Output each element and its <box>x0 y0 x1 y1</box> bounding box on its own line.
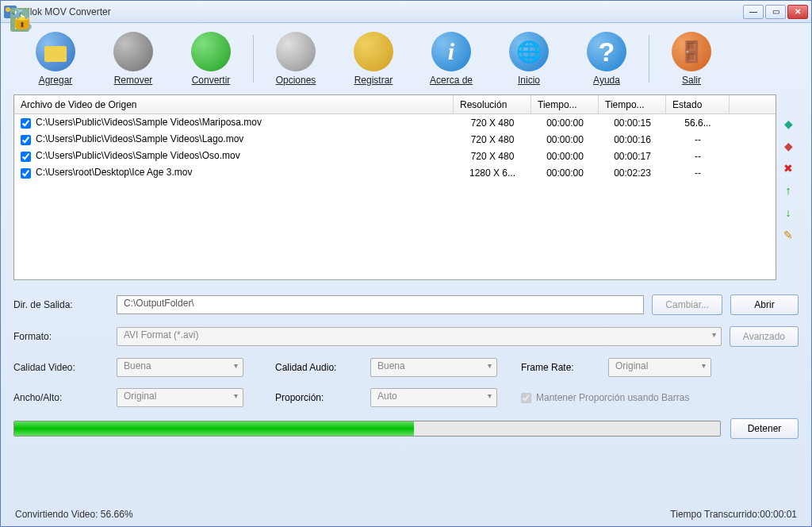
framerate-select[interactable]: Original <box>608 358 711 377</box>
window-controls: — ▭ ✕ <box>743 5 808 19</box>
lock-icon <box>354 32 393 71</box>
ancho-alto-select[interactable]: Original <box>117 388 243 407</box>
cell-time-end: 00:02:23 <box>599 166 666 180</box>
col-header-file[interactable]: Archivo de Video de Origen <box>14 95 454 113</box>
cell-resolution: 720 X 480 <box>454 149 531 163</box>
file-path: C:\Users\root\Desktop\Ice Age 3.mov <box>36 167 192 178</box>
remove-selected-button[interactable]: ✖ <box>781 161 795 175</box>
row-checkbox[interactable] <box>21 152 31 162</box>
preview-button[interactable]: ✎ <box>781 228 795 242</box>
cell-time-end: 00:00:15 <box>599 116 666 130</box>
output-dir-label: Dir. de Salida: <box>13 299 109 310</box>
file-list: Archivo de Video de Origen Resolución Ti… <box>13 94 776 280</box>
titlebar: Allok MOV Converter — ▭ ✕ <box>1 1 811 23</box>
list-body: C:\Users\Public\Videos\Sample Videos\Mar… <box>14 114 776 181</box>
formato-select[interactable]: AVI Format (*.avi) <box>117 327 722 346</box>
salir-label: Salir <box>682 75 701 86</box>
cell-resolution: 720 X 480 <box>454 133 531 147</box>
cell-time-start: 00:00:00 <box>531 116 599 130</box>
play-icon <box>191 32 231 71</box>
status-bar: Convirtiendo Video: 56.66% Tiempo Transc… <box>1 506 811 526</box>
wrench-icon <box>276 32 316 71</box>
app-window: Allok MOV Converter — ▭ ✕ Agregar Remove… <box>0 0 812 527</box>
progress-bar <box>13 421 721 437</box>
calidad-audio-select[interactable]: Buena <box>370 358 497 377</box>
info-icon: i <box>431 32 471 71</box>
move-up-button[interactable]: ↑ <box>781 183 795 198</box>
agregar-button[interactable]: Agregar <box>17 32 94 86</box>
remover-button[interactable]: Remover <box>94 32 172 86</box>
col-header-time-start[interactable]: Tiempo... <box>531 95 599 113</box>
inicio-button[interactable]: Inicio <box>490 32 568 86</box>
cell-resolution: 1280 X 6... <box>454 166 531 180</box>
remover-label: Remover <box>114 75 153 86</box>
select-all-button[interactable]: ◆ <box>781 117 795 131</box>
mantener-checkbox-input[interactable] <box>521 393 531 403</box>
close-button[interactable]: ✕ <box>787 5 808 19</box>
calidad-video-select[interactable]: Buena <box>117 358 243 377</box>
file-path: C:\Users\Public\Videos\Sample Videos\Mar… <box>36 117 262 128</box>
formato-label: Formato: <box>13 331 109 342</box>
ayuda-label: Ayuda <box>593 75 620 86</box>
convertir-label: Convertir <box>192 75 231 86</box>
salir-button[interactable]: Salir <box>653 32 730 86</box>
move-down-button[interactable]: ↓ <box>781 206 795 220</box>
mantener-label: Mantener Proporción usando Barras <box>536 392 689 403</box>
table-row[interactable]: C:\Users\Public\Videos\Sample Videos\Lag… <box>14 131 776 148</box>
output-dir-input[interactable]: C:\OutputFolder\ <box>117 295 644 314</box>
ayuda-button[interactable]: ? Ayuda <box>568 32 645 86</box>
avanzado-button[interactable]: Avanzado <box>730 326 799 347</box>
row-checkbox[interactable] <box>21 118 31 129</box>
cell-estado: -- <box>666 133 730 147</box>
cell-estado: -- <box>666 166 730 180</box>
help-icon: ? <box>587 32 626 71</box>
separator <box>649 35 649 83</box>
window-title: Allok MOV Converter <box>21 6 743 17</box>
minimize-button[interactable]: — <box>743 5 764 19</box>
trash-icon <box>113 32 153 71</box>
content: Archivo de Video de Origen Resolución Ti… <box>1 94 811 506</box>
framerate-label: Frame Rate: <box>521 362 600 373</box>
opciones-label: Opciones <box>276 75 316 86</box>
separator <box>253 35 254 83</box>
cell-estado: -- <box>666 149 730 163</box>
mantener-proporcion-checkbox[interactable]: Mantener Proporción usando Barras <box>521 392 689 403</box>
acerca-label: Acerca de <box>430 75 473 86</box>
cell-estado: 56.6... <box>666 116 730 130</box>
calidad-audio-label: Calidad Audio: <box>275 362 362 373</box>
registrar-button[interactable]: Registrar <box>335 32 412 86</box>
cambiar-button[interactable]: Cambiar... <box>652 294 722 315</box>
toolbar: Agregar Remover Convertir Opciones Regis… <box>1 23 811 94</box>
inicio-label: Inicio <box>518 75 540 86</box>
status-converting: Convirtiendo Video: 56.66% <box>15 509 133 520</box>
opciones-button[interactable]: Opciones <box>257 32 335 86</box>
table-row[interactable]: C:\Users\Public\Videos\Sample Videos\Oso… <box>14 148 776 164</box>
status-elapsed: Tiempo Transcurrido:00:00:01 <box>670 509 797 520</box>
ancho-alto-label: Ancho/Alto: <box>13 392 109 403</box>
row-checkbox[interactable] <box>21 135 31 145</box>
settings-panel: Dir. de Salida: C:\OutputFolder\ Cambiar… <box>13 294 799 439</box>
exit-icon <box>672 32 711 71</box>
col-header-time-end[interactable]: Tiempo... <box>599 95 666 113</box>
proporcion-select[interactable]: Auto <box>370 388 497 407</box>
list-header: Archivo de Video de Origen Resolución Ti… <box>14 95 776 114</box>
file-path: C:\Users\Public\Videos\Sample Videos\Oso… <box>36 150 240 161</box>
deselect-all-button[interactable]: ◆ <box>781 139 795 153</box>
cell-time-end: 00:00:17 <box>599 149 666 163</box>
convertir-button[interactable]: Convertir <box>172 32 250 86</box>
table-row[interactable]: C:\Users\Public\Videos\Sample Videos\Mar… <box>14 114 776 131</box>
registrar-label: Registrar <box>354 75 393 86</box>
table-row[interactable]: C:\Users\root\Desktop\Ice Age 3.mov1280 … <box>14 164 776 181</box>
side-tools: ◆ ◆ ✖ ↑ ↓ ✎ <box>781 94 799 280</box>
abrir-button[interactable]: Abrir <box>730 294 799 315</box>
detener-button[interactable]: Detener <box>730 418 799 439</box>
maximize-button[interactable]: ▭ <box>765 5 786 19</box>
acerca-button[interactable]: i Acerca de <box>412 32 490 86</box>
globe-icon <box>509 32 549 71</box>
cell-resolution: 720 X 480 <box>454 116 531 130</box>
agregar-label: Agregar <box>39 75 73 86</box>
col-header-estado[interactable]: Estado <box>666 95 730 113</box>
row-checkbox[interactable] <box>21 168 31 179</box>
cell-time-end: 00:00:16 <box>599 133 666 147</box>
col-header-resolution[interactable]: Resolución <box>454 95 531 113</box>
